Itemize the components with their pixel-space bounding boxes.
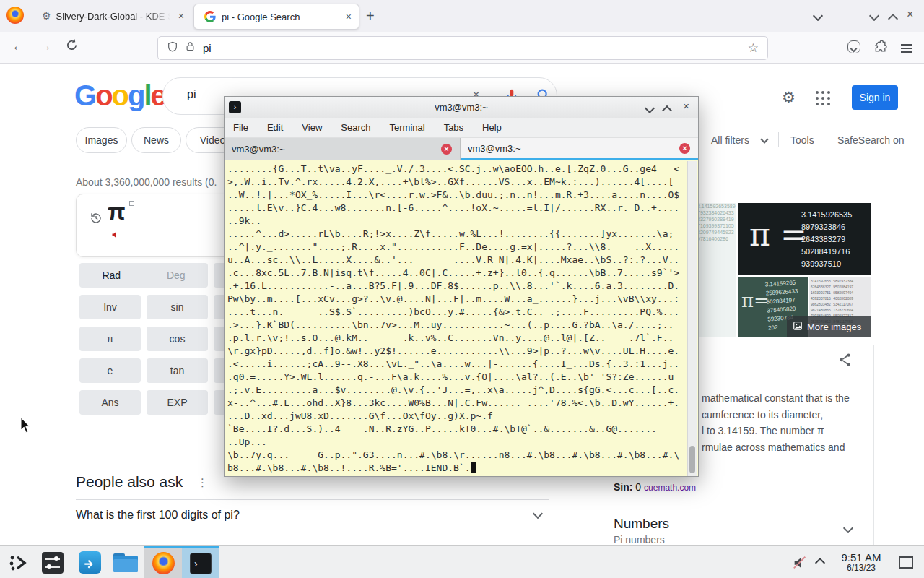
system-settings-button[interactable] bbox=[38, 546, 68, 578]
calc-button-inv[interactable]: Inv bbox=[79, 295, 141, 319]
chip-news[interactable]: News bbox=[131, 127, 181, 153]
discover-button[interactable] bbox=[74, 546, 105, 578]
taskbar: › 9:51 AM 6/13/23 bbox=[0, 545, 924, 578]
paa-menu-icon[interactable]: ⋮ bbox=[197, 476, 208, 489]
close-terminal-tab-icon[interactable]: × bbox=[679, 143, 690, 154]
terminal-output[interactable]: ........{G...T..t\va..yF...._.V./.3....<… bbox=[227, 163, 689, 475]
terminal-menubar: File Edit View Search Terminal Tabs Help bbox=[225, 118, 698, 138]
kp-image-digit-spiral[interactable]: 3.14159265358979323846264338327950288419… bbox=[697, 203, 736, 337]
terminal-close-button[interactable]: × bbox=[683, 100, 689, 112]
image-icon bbox=[793, 321, 803, 333]
tools-link[interactable]: Tools bbox=[790, 134, 814, 146]
rad-button[interactable]: Rad bbox=[79, 269, 144, 281]
window-minimize-button[interactable] bbox=[869, 11, 879, 21]
menu-terminal[interactable]: Terminal bbox=[390, 122, 425, 133]
menu-help[interactable]: Help bbox=[482, 122, 502, 133]
calc-button-pi[interactable]: π bbox=[79, 327, 141, 351]
system-tray-expander[interactable] bbox=[811, 546, 829, 578]
calc-button-cos[interactable]: cos bbox=[147, 327, 208, 351]
new-tab-button[interactable]: + bbox=[366, 8, 375, 25]
window-maximize-button[interactable] bbox=[888, 14, 898, 24]
taskbar-firefox-task[interactable] bbox=[144, 546, 182, 578]
kp-numbers-title[interactable]: Numbers bbox=[614, 516, 669, 532]
paa-expand-chevron-icon[interactable] bbox=[533, 509, 543, 519]
divider bbox=[76, 499, 549, 500]
volume-muted-icon[interactable] bbox=[790, 546, 810, 578]
divider bbox=[76, 532, 549, 532]
clock[interactable]: 9:51 AM 6/13/23 bbox=[832, 546, 891, 578]
terminal-window[interactable]: › vm3@vm3:~ × File Edit View Search Term… bbox=[224, 96, 699, 477]
menu-hamburger-icon[interactable] bbox=[901, 42, 912, 55]
terminal-scrollbar-track[interactable] bbox=[687, 161, 697, 476]
close-tab-icon[interactable]: × bbox=[346, 11, 352, 22]
file-manager-button[interactable] bbox=[110, 546, 141, 578]
all-filters-link[interactable]: All filters bbox=[711, 134, 749, 146]
calc-button-ans[interactable]: Ans bbox=[79, 390, 141, 415]
deg-button[interactable]: Deg bbox=[144, 269, 209, 281]
close-tab-icon[interactable]: × bbox=[178, 10, 184, 22]
url-bar[interactable]: pi ☆ bbox=[157, 36, 768, 60]
more-images-button[interactable]: More images bbox=[787, 316, 871, 337]
history-icon[interactable] bbox=[90, 212, 103, 228]
google-logo[interactable]: Google bbox=[74, 79, 165, 112]
close-terminal-tab-icon[interactable]: × bbox=[441, 144, 452, 155]
menu-edit[interactable]: Edit bbox=[267, 122, 283, 133]
kp-sin-row: Sin: 0 cuemath.com bbox=[614, 481, 696, 493]
extensions-puzzle-icon[interactable] bbox=[873, 40, 888, 57]
kp-numbers-sub: Pi numbers bbox=[614, 534, 665, 545]
browser-tab-bar: ⚙ Silvery-Dark-Global - KDE S × pi - Goo… bbox=[0, 0, 924, 32]
settings-gear-icon[interactable]: ⚙ bbox=[782, 89, 796, 106]
reload-button[interactable] bbox=[65, 38, 79, 55]
url-text: pi bbox=[203, 42, 212, 54]
bookmark-star-icon[interactable]: ☆ bbox=[748, 40, 759, 56]
speak-result-icon[interactable] bbox=[111, 229, 120, 242]
menu-search[interactable]: Search bbox=[341, 122, 370, 133]
terminal-titlebar[interactable]: › vm3@vm3:~ × bbox=[225, 97, 698, 118]
safesearch-label[interactable]: SafeSearch on bbox=[837, 134, 905, 146]
terminal-scrollbar-thumb[interactable] bbox=[689, 446, 695, 473]
back-button[interactable]: ← bbox=[12, 39, 25, 53]
browser-tab-google-active[interactable]: pi - Google Search × bbox=[193, 4, 359, 30]
google-favicon-icon bbox=[204, 11, 216, 22]
calc-button-e[interactable]: e bbox=[79, 358, 141, 383]
terminal-title: vm3@vm3:~ bbox=[225, 102, 698, 113]
sin-source-link[interactable]: cuemath.com bbox=[644, 483, 696, 493]
kp-right-border bbox=[873, 345, 874, 545]
sign-in-button[interactable]: Sign in bbox=[852, 85, 898, 110]
kp-numbers-chevron-icon[interactable] bbox=[843, 523, 853, 533]
lock-icon[interactable] bbox=[185, 41, 196, 55]
rad-deg-toggle[interactable]: Rad Deg bbox=[79, 263, 208, 288]
kde-gear-icon: ⚙ bbox=[42, 10, 51, 22]
konsole-icon: › bbox=[190, 553, 212, 574]
calc-button-sin[interactable]: sin bbox=[147, 295, 208, 319]
paa-question[interactable]: What is the first 100 digits of pi? bbox=[76, 509, 240, 522]
shield-icon[interactable] bbox=[167, 41, 178, 56]
calculator-display-value: π bbox=[108, 199, 126, 225]
chip-images[interactable]: Images bbox=[76, 127, 127, 153]
firefox-logo-icon bbox=[6, 7, 24, 24]
terminal-tab-1[interactable]: vm3@vm3:~ × bbox=[225, 138, 461, 160]
clock-date: 6/13/23 bbox=[847, 564, 876, 574]
results-stats: About 3,360,000,000 results (0. bbox=[76, 176, 217, 188]
menu-tabs[interactable]: Tabs bbox=[444, 122, 463, 133]
show-desktop-button[interactable] bbox=[894, 546, 918, 578]
people-also-ask-title: People also ask bbox=[76, 473, 183, 491]
menu-file[interactable]: File bbox=[233, 122, 248, 133]
browser-tab-kde[interactable]: ⚙ Silvery-Dark-Global - KDE S × bbox=[35, 4, 191, 28]
menu-view[interactable]: View bbox=[302, 122, 322, 133]
calc-button-tan[interactable]: tan bbox=[147, 358, 208, 383]
forward-button[interactable]: → bbox=[38, 39, 52, 53]
window-close-button[interactable]: × bbox=[907, 8, 913, 21]
share-icon[interactable] bbox=[837, 352, 853, 371]
all-filters-chevron-icon[interactable] bbox=[760, 135, 768, 143]
google-apps-grid-icon[interactable] bbox=[816, 91, 830, 105]
terminal-tab-2-active[interactable]: vm3@vm3:~ × bbox=[461, 138, 698, 160]
list-tabs-chevron-icon[interactable] bbox=[813, 11, 823, 21]
taskbar-konsole-task[interactable]: › bbox=[182, 546, 219, 578]
pocket-icon[interactable] bbox=[847, 40, 860, 53]
kp-image-pi-blackboard[interactable]: π = 3.1415926535 8979323846 2643383279 5… bbox=[738, 203, 871, 275]
app-launcher-button[interactable] bbox=[3, 546, 33, 578]
clock-time: 9:51 AM bbox=[841, 551, 881, 564]
calc-button-exp[interactable]: EXP bbox=[147, 390, 208, 415]
sin-label: Sin: bbox=[614, 481, 632, 493]
